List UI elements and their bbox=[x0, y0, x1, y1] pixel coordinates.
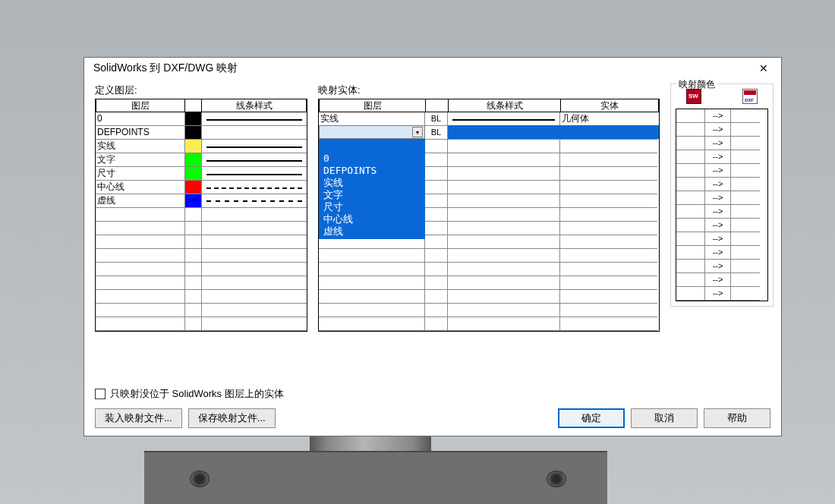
table-row[interactable]: 尺寸 bbox=[96, 167, 307, 181]
table-row[interactable] bbox=[96, 208, 307, 222]
dropdown-item[interactable] bbox=[322, 140, 422, 153]
map-entities-label: 映射实体: bbox=[318, 83, 660, 97]
table-row[interactable] bbox=[96, 290, 307, 304]
dxf-icon bbox=[742, 89, 758, 104]
load-mapping-button[interactable]: 装入映射文件... bbox=[95, 408, 182, 428]
color-map-row[interactable]: --> bbox=[676, 273, 767, 287]
table-row[interactable]: 实线 bbox=[96, 140, 307, 153]
close-icon: ✕ bbox=[759, 62, 768, 74]
header-layer2: 图层 bbox=[319, 99, 425, 112]
dropdown-item[interactable]: 实线 bbox=[322, 177, 422, 189]
table-row[interactable] bbox=[319, 276, 659, 290]
dropdown-item[interactable]: 尺寸 bbox=[322, 201, 422, 213]
table-row[interactable] bbox=[96, 222, 307, 235]
help-button[interactable]: 帮助 bbox=[704, 408, 770, 428]
mapping-dialog: SolidWorks 到 DXF/DWG 映射 ✕ 定义图层: 图层 线条样式 … bbox=[84, 57, 782, 436]
header-linestyle: 线条样式 bbox=[201, 99, 307, 112]
chevron-down-icon[interactable]: ▾ bbox=[412, 127, 423, 137]
layer-dropdown-list[interactable]: 0DEFPOINTS实线文字尺寸中心线虚线 bbox=[319, 139, 425, 239]
dropdown-item[interactable]: 中心线 bbox=[322, 213, 422, 225]
table-row[interactable]: 中心线 bbox=[96, 181, 307, 194]
color-map-row[interactable]: --> bbox=[676, 260, 767, 273]
background-model-hole bbox=[190, 471, 210, 487]
dropdown-item[interactable]: DEFPOINTS bbox=[322, 165, 422, 177]
layer-dropdown-cell[interactable]: ▾ bbox=[319, 125, 425, 139]
ok-button[interactable]: 确定 bbox=[558, 408, 625, 428]
color-mapping-grid[interactable]: -->-->-->-->-->-->-->-->-->-->-->-->-->-… bbox=[676, 109, 768, 301]
table-row[interactable] bbox=[96, 235, 307, 249]
table-row[interactable] bbox=[96, 276, 307, 290]
table-row[interactable] bbox=[96, 317, 307, 331]
header-code bbox=[425, 99, 448, 112]
dropdown-item[interactable]: 虚线 bbox=[322, 225, 422, 238]
only-map-unlayered-checkbox[interactable] bbox=[95, 389, 106, 399]
color-map-row[interactable]: --> bbox=[676, 191, 767, 205]
save-mapping-button[interactable]: 保存映射文件... bbox=[188, 408, 276, 428]
table-row[interactable]: 文字 bbox=[96, 153, 307, 167]
header-color bbox=[184, 99, 201, 112]
table-row[interactable] bbox=[96, 304, 307, 317]
background-model-hole bbox=[547, 471, 566, 487]
dropdown-item[interactable]: 文字 bbox=[322, 189, 422, 201]
table-row[interactable] bbox=[319, 263, 659, 276]
table-row[interactable] bbox=[319, 317, 659, 331]
color-map-row[interactable]: --> bbox=[676, 205, 767, 219]
selected-row-highlight bbox=[448, 125, 659, 139]
color-map-row[interactable]: --> bbox=[676, 150, 767, 164]
dialog-title: SolidWorks 到 DXF/DWG 映射 bbox=[93, 61, 238, 75]
checkbox-label: 只映射没位于 SolidWorks 图层上的实体 bbox=[110, 387, 284, 401]
define-layers-label: 定义图层: bbox=[95, 83, 307, 97]
cancel-button[interactable]: 取消 bbox=[631, 408, 698, 428]
color-map-row[interactable]: --> bbox=[676, 178, 767, 191]
solidworks-icon bbox=[686, 89, 701, 104]
color-map-row[interactable]: --> bbox=[676, 123, 767, 137]
color-map-row[interactable]: --> bbox=[676, 287, 767, 301]
table-row[interactable]: 实线BL几何体 bbox=[319, 112, 659, 126]
table-row[interactable]: 0 bbox=[96, 112, 307, 126]
titlebar: SolidWorks 到 DXF/DWG 映射 ✕ bbox=[84, 58, 781, 79]
color-map-row[interactable]: --> bbox=[676, 219, 767, 232]
header-layer: 图层 bbox=[96, 99, 184, 112]
table-row[interactable]: 虚线 bbox=[96, 194, 307, 208]
color-map-row[interactable]: --> bbox=[676, 164, 767, 178]
color-map-row[interactable]: --> bbox=[676, 232, 767, 246]
color-map-row[interactable]: --> bbox=[676, 246, 767, 260]
color-map-row[interactable]: --> bbox=[676, 109, 767, 123]
close-button[interactable]: ✕ bbox=[752, 60, 775, 77]
table-row[interactable] bbox=[96, 249, 307, 263]
background-model-base bbox=[144, 451, 607, 504]
map-colors-group: 映射颜色 -->-->-->-->-->-->-->-->-->-->-->--… bbox=[670, 83, 774, 307]
header-linestyle2: 线条样式 bbox=[448, 99, 560, 112]
dropdown-item[interactable]: 0 bbox=[322, 153, 422, 165]
table-row[interactable] bbox=[319, 304, 659, 317]
table-row[interactable] bbox=[96, 263, 307, 276]
header-entity: 实体 bbox=[560, 99, 659, 112]
table-row[interactable] bbox=[319, 249, 659, 263]
table-row[interactable] bbox=[319, 290, 659, 304]
color-map-row[interactable]: --> bbox=[676, 137, 767, 150]
table-row[interactable]: DEFPOINTS bbox=[96, 126, 307, 140]
define-layers-grid[interactable]: 图层 线条样式 0DEFPOINTS实线文字尺寸中心线虚线 bbox=[95, 99, 307, 332]
